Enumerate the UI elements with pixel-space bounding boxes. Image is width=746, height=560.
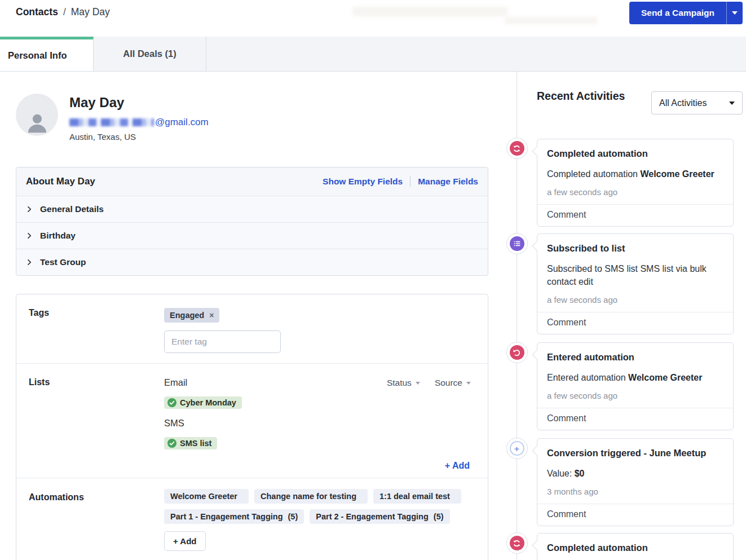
tab-personal-info[interactable]: Personal Info bbox=[0, 37, 94, 71]
recent-activities-title: Recent Activities bbox=[537, 90, 625, 103]
activity-timestamp: a few seconds ago bbox=[547, 391, 723, 400]
recent-activities-panel: Recent Activities All Activities + Compl… bbox=[517, 72, 746, 560]
send-campaign-split-button: Send a Campaign bbox=[629, 2, 743, 24]
contact-header: May Day @gmail.com Austin, Texas, US bbox=[16, 94, 209, 142]
activity-description: Value: $0 bbox=[547, 467, 723, 480]
lists-label: Lists bbox=[29, 377, 164, 471]
activity-card: Subscribed to list Subscribed to SMS lis… bbox=[537, 233, 734, 334]
breadcrumb-separator: / bbox=[63, 6, 66, 18]
tags-label: Tags bbox=[29, 308, 164, 353]
redacted-text bbox=[505, 17, 598, 24]
contact-detail-column: May Day @gmail.com Austin, Texas, US Abo… bbox=[0, 72, 517, 560]
conversion-icon: + bbox=[506, 438, 528, 459]
send-campaign-button[interactable]: Send a Campaign bbox=[629, 2, 726, 24]
list-chip-sms-list: SMS list bbox=[164, 437, 217, 449]
automations-section: Automations Welcome Greeter Change name … bbox=[16, 478, 488, 560]
automation-completed-icon bbox=[506, 138, 528, 159]
show-empty-fields-link[interactable]: Show Empty Fields bbox=[323, 177, 403, 187]
chevron-down-icon bbox=[732, 11, 738, 15]
list-chip-cyber-monday: Cyber Monday bbox=[164, 396, 242, 409]
tag-chip-engaged: Engaged × bbox=[164, 308, 219, 323]
automation-completed-icon bbox=[506, 532, 528, 554]
remove-tag-icon[interactable]: × bbox=[209, 311, 214, 319]
manage-fields-link[interactable]: Manage Fields bbox=[418, 177, 478, 187]
check-circle-icon bbox=[167, 398, 176, 407]
source-filter-dropdown[interactable]: Source bbox=[435, 378, 471, 388]
activity-card: Entered automation Entered automation We… bbox=[537, 342, 734, 430]
contact-email-link[interactable]: @gmail.com bbox=[155, 117, 209, 128]
activity-timestamp: 3 months ago bbox=[547, 487, 723, 496]
redacted-email-prefix bbox=[69, 118, 154, 126]
check-circle-icon bbox=[167, 439, 176, 448]
about-section-test-group[interactable]: Test Group bbox=[16, 249, 488, 275]
contact-name: May Day bbox=[69, 95, 209, 111]
breadcrumb-current-contact: May Day bbox=[71, 6, 110, 18]
avatar bbox=[16, 94, 58, 136]
about-section-birthday[interactable]: Birthday bbox=[16, 222, 488, 249]
activity-description: Subscribed to SMS list SMS list via bulk… bbox=[547, 262, 723, 288]
details-card: Tags Engaged × Lists Email Cyber Monday … bbox=[16, 294, 488, 560]
about-card: About May Day Show Empty Fields Manage F… bbox=[16, 167, 488, 276]
activity-title: Subscribed to list bbox=[547, 243, 723, 254]
activity-description: Completed automation Welcome Greeter bbox=[547, 167, 723, 180]
comment-button[interactable]: Comment bbox=[537, 408, 733, 430]
list-subscribed-icon bbox=[506, 233, 528, 254]
about-section-general-details[interactable]: General Details bbox=[16, 196, 488, 222]
automation-chip[interactable]: Welcome Greeter bbox=[164, 489, 249, 504]
automation-chip[interactable]: 1:1 deal email test bbox=[373, 489, 461, 504]
activity-card: Completed automation bbox=[537, 533, 734, 560]
chevron-down-icon bbox=[729, 102, 735, 105]
breadcrumb-contacts[interactable]: Contacts bbox=[16, 6, 58, 18]
link-divider bbox=[410, 177, 410, 187]
contact-location: Austin, Texas, US bbox=[69, 132, 209, 142]
top-bar: Contacts / May Day Send a Campaign bbox=[0, 0, 746, 37]
about-card-title: About May Day bbox=[26, 176, 95, 187]
activity-card: Completed automation Completed automatio… bbox=[537, 139, 734, 227]
comment-button[interactable]: Comment bbox=[537, 312, 733, 334]
tab-strip: Personal Info All Deals (1) bbox=[0, 37, 746, 72]
comment-button[interactable]: Comment bbox=[537, 204, 733, 226]
list-channel-sms: SMS bbox=[164, 418, 476, 429]
chevron-right-icon bbox=[26, 232, 33, 239]
tab-all-deals[interactable]: All Deals (1) bbox=[94, 37, 206, 71]
activity-title: Conversion triggered - June Meetup bbox=[547, 448, 723, 458]
automation-chip[interactable]: Part 1 - Engagement Tagging(5) bbox=[164, 509, 304, 524]
activity-timestamp: a few seconds ago bbox=[547, 187, 723, 197]
activity-card: Conversion triggered - June Meetup Value… bbox=[537, 438, 734, 526]
automations-label: Automations bbox=[29, 489, 164, 551]
chevron-right-icon bbox=[26, 206, 33, 213]
activity-title: Completed automation bbox=[547, 543, 723, 553]
breadcrumb: Contacts / May Day bbox=[16, 6, 110, 18]
activity-title: Completed automation bbox=[547, 148, 723, 159]
add-automation-button[interactable]: + Add bbox=[164, 531, 206, 551]
automation-entered-icon bbox=[506, 342, 528, 363]
lists-section: Lists Email Cyber Monday SMS SMS list + … bbox=[16, 363, 488, 478]
person-icon bbox=[24, 110, 50, 136]
chevron-down-icon bbox=[416, 382, 420, 385]
activity-description: Entered automation Welcome Greeter bbox=[547, 371, 723, 384]
comment-button[interactable]: Comment bbox=[537, 504, 733, 526]
enter-tag-input[interactable] bbox=[164, 330, 281, 353]
activity-title: Entered automation bbox=[547, 352, 723, 363]
redacted-text bbox=[352, 7, 507, 16]
activities-filter-dropdown[interactable]: All Activities bbox=[651, 91, 743, 114]
activity-timestamp: a few seconds ago bbox=[547, 295, 723, 305]
add-list-link[interactable]: + Add bbox=[164, 461, 476, 471]
status-filter-dropdown[interactable]: Status bbox=[387, 378, 420, 388]
automation-chip[interactable]: Change name for testing bbox=[254, 489, 368, 504]
tags-section: Tags Engaged × bbox=[16, 294, 488, 363]
send-campaign-dropdown-toggle[interactable] bbox=[726, 2, 743, 24]
automation-chip[interactable]: Part 2 - Engagement Tagging(5) bbox=[310, 509, 449, 524]
chevron-right-icon bbox=[26, 259, 33, 266]
chevron-down-icon bbox=[466, 382, 471, 385]
